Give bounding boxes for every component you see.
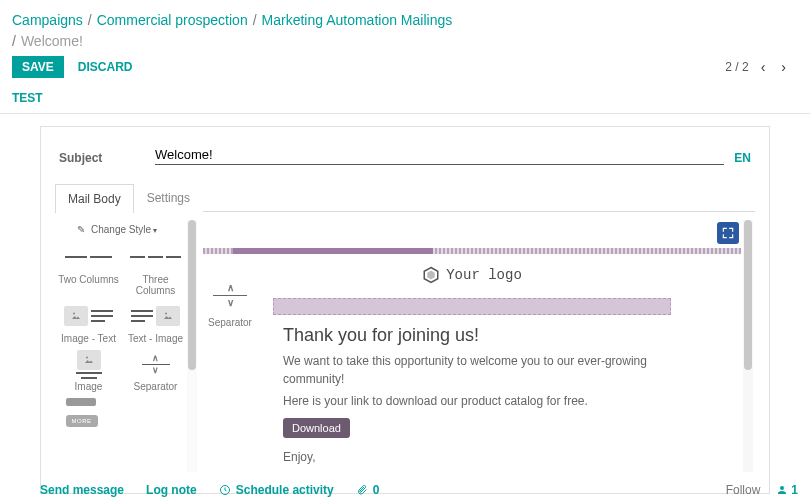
mail-content[interactable]: Your logo Thank you for joining us! We w… [203, 258, 741, 472]
pager-prev[interactable]: ‹ [757, 59, 770, 75]
block-two-columns[interactable]: Two Columns [55, 239, 122, 298]
block-more[interactable]: MORE [55, 394, 122, 429]
action-row: SAVE DISCARD 2 / 2 ‹ › [0, 54, 810, 84]
subject-row: Subject EN [41, 127, 769, 171]
block-text-image[interactable]: Text - Image [122, 298, 189, 346]
chevron-up-icon: ∧ [227, 283, 234, 293]
block-separator[interactable]: ∧ ∨ Separator [122, 346, 189, 394]
pager: 2 / 2 ‹ › [725, 59, 798, 75]
change-style-button[interactable]: ✎Change Style▾ [55, 220, 189, 239]
block-label: Two Columns [58, 274, 119, 285]
breadcrumb-sep: / [12, 31, 16, 52]
block-three-columns[interactable]: Three Columns [122, 239, 189, 298]
followers-count[interactable]: 1 [776, 483, 798, 497]
two-columns-icon [60, 242, 118, 272]
clock-icon [219, 484, 231, 496]
mail-paragraph[interactable]: We want to take this opportunity to welc… [283, 352, 669, 388]
subject-input-wrap [155, 145, 724, 165]
chatter-bar: Send message Log note Schedule activity … [40, 483, 798, 497]
image-icon [60, 349, 118, 379]
sidebar-scrollbar[interactable] [187, 220, 197, 472]
image-text-icon [60, 301, 118, 331]
paperclip-icon [356, 484, 368, 496]
subject-label: Subject [59, 151, 155, 165]
block-label: Separator [134, 381, 178, 392]
expand-button[interactable] [717, 222, 739, 244]
follow-button[interactable]: Follow [726, 483, 761, 497]
breadcrumb-commercial[interactable]: Commercial prospection [97, 10, 248, 31]
block-image-text[interactable]: Image - Text [55, 298, 122, 346]
block-image[interactable]: Image [55, 346, 122, 394]
chevron-down-icon: ▾ [153, 226, 157, 235]
more-icon: MORE [60, 397, 118, 427]
signature-image [283, 470, 669, 472]
three-columns-icon [127, 242, 185, 272]
svg-point-0 [73, 313, 75, 315]
breadcrumb-sep: / [253, 10, 257, 31]
form-container: Subject EN Mail Body Settings ✎Change St… [40, 126, 770, 494]
mail-enjoy[interactable]: Enjoy, [283, 448, 669, 466]
attachments-button[interactable]: 0 [356, 483, 380, 497]
send-message-button[interactable]: Send message [40, 483, 124, 497]
text-image-icon [127, 301, 185, 331]
block-sidebar: ✎Change Style▾ Two Columns Three Columns [55, 220, 189, 472]
svg-point-1 [165, 313, 167, 315]
breadcrumb-campaigns[interactable]: Campaigns [12, 10, 83, 31]
test-button[interactable]: TEST [12, 91, 43, 105]
block-label: Three Columns [124, 274, 187, 296]
discard-button[interactable]: DISCARD [78, 60, 133, 74]
download-button[interactable]: Download [283, 418, 350, 438]
schedule-activity-button[interactable]: Schedule activity [219, 483, 334, 497]
pencil-icon: ✎ [77, 224, 85, 235]
block-grid: Two Columns Three Columns Image - Text [55, 239, 189, 429]
block-label: Image - Text [61, 333, 116, 344]
person-icon [776, 484, 788, 496]
breadcrumb-marketing-mailings[interactable]: Marketing Automation Mailings [262, 10, 453, 31]
canvas-scrollbar[interactable] [743, 220, 753, 472]
editor-area: ✎Change Style▾ Two Columns Three Columns [41, 212, 769, 472]
subbar: TEST [0, 84, 810, 114]
lang-badge[interactable]: EN [734, 151, 751, 165]
mail-body-block[interactable]: Thank you for joining us! We want to tak… [203, 321, 741, 472]
drop-zone[interactable] [273, 298, 671, 315]
svg-point-2 [86, 356, 88, 358]
tab-settings[interactable]: Settings [134, 183, 203, 212]
block-label: Text - Image [128, 333, 183, 344]
logo-placeholder[interactable]: Your logo [203, 258, 741, 298]
drag-label: Separator [208, 317, 252, 328]
log-note-button[interactable]: Log note [146, 483, 197, 497]
breadcrumb-sep: / [88, 10, 92, 31]
chevron-down-icon: ∨ [227, 298, 234, 308]
pager-text: 2 / 2 [725, 60, 748, 74]
separator-icon: ∧ ∨ [127, 349, 185, 379]
breadcrumb-current: Welcome! [21, 31, 83, 52]
pager-next[interactable]: › [777, 59, 790, 75]
tab-mail-body[interactable]: Mail Body [55, 184, 134, 213]
expand-icon [721, 226, 735, 240]
logo-icon [422, 266, 440, 284]
block-label: Image [75, 381, 103, 392]
dragged-separator-block[interactable]: ∧ ∨ Separator [200, 275, 260, 328]
mail-heading[interactable]: Thank you for joining us! [283, 325, 669, 346]
logo-text: Your logo [446, 267, 522, 283]
subject-input[interactable] [155, 145, 724, 164]
mail-paragraph[interactable]: Here is your link to download our produc… [283, 392, 669, 410]
tabs: Mail Body Settings [41, 171, 769, 212]
breadcrumb: Campaigns / Commercial prospection / Mar… [0, 0, 810, 54]
mail-canvas[interactable]: Your logo Thank you for joining us! We w… [203, 220, 755, 472]
save-button[interactable]: SAVE [12, 56, 64, 78]
ruler-active [233, 248, 433, 254]
